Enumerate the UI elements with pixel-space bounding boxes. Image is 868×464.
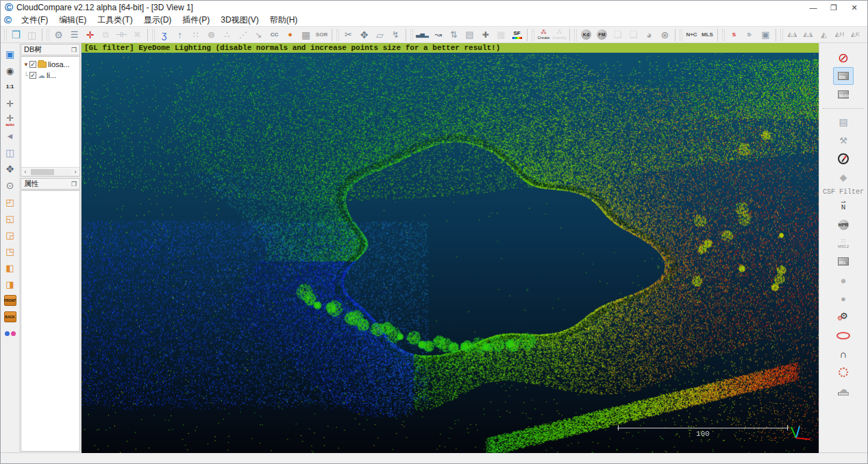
menu-item-2[interactable]: 工具类(T)	[92, 14, 138, 25]
dotted-ring-button[interactable]	[833, 363, 854, 381]
normals-plus-colors-button[interactable]: N+C	[684, 27, 699, 42]
auto-pick-center-button[interactable]: ✛auto	[2, 112, 18, 128]
toolbar-grip[interactable]	[151, 29, 155, 41]
animation-button[interactable]: ▤	[833, 113, 854, 131]
compass-button[interactable]	[833, 150, 854, 168]
merge-button[interactable]: ⊣⊢	[114, 27, 129, 42]
toolbar-grip[interactable]	[573, 29, 577, 41]
open-button[interactable]: ❒	[8, 27, 24, 42]
facets-2-button[interactable]: ◭◮	[800, 27, 816, 42]
root-label[interactable]: liosa...	[48, 60, 70, 68]
calculator-button[interactable]: ▦	[493, 27, 509, 42]
delete-button[interactable]: ✖	[129, 27, 145, 42]
toolbar-grip[interactable]	[531, 29, 534, 41]
mesh-blob-button[interactable]: ●	[833, 271, 854, 289]
cc-letters-button[interactable]: CC	[266, 27, 282, 42]
view-bottom-button[interactable]: ◱	[2, 210, 18, 227]
close-button[interactable]: ✕	[844, 1, 865, 14]
disable-gl-filter-button[interactable]: ⊘	[833, 49, 854, 66]
file-export-1-button[interactable]: ❏	[610, 27, 625, 42]
subsample-button[interactable]: ∴	[219, 27, 235, 42]
noise-filter-button[interactable]: ⋰	[235, 27, 251, 42]
sf-colors-button[interactable]: SF	[509, 27, 525, 42]
view-front-button[interactable]: FRONT	[2, 292, 18, 309]
cloud-canvas[interactable]	[82, 53, 819, 453]
tree-row-child[interactable]: └ ✓ ☁ li...	[23, 70, 79, 81]
fm-tool-button[interactable]: FM	[594, 27, 610, 42]
ellipse-tool-button[interactable]	[833, 326, 854, 344]
properties-float-icon[interactable]: ❐	[71, 181, 77, 188]
child-label[interactable]: li...	[47, 71, 56, 79]
sample-points-button[interactable]: ∷	[188, 27, 203, 42]
interpolate-button[interactable]: ↘	[251, 27, 266, 42]
toolbar-grip[interactable]	[721, 29, 725, 41]
zoom-tool-button[interactable]: ⊙	[2, 177, 18, 194]
quick-segment-button[interactable]: ↯	[388, 27, 404, 42]
scroll-track[interactable]	[29, 169, 71, 175]
label-marker-button[interactable]: ●	[282, 27, 298, 42]
hpr-button[interactable]: HPR	[833, 216, 854, 233]
menu-item-5[interactable]: 3D视图(V)	[215, 14, 264, 25]
gl-filter-ssao-button[interactable]: SSAO	[833, 86, 854, 103]
scroll-thumb[interactable]	[31, 169, 54, 175]
view-iso-2-button[interactable]: ◨	[2, 276, 18, 292]
stats-button[interactable]: ▤	[462, 27, 478, 42]
sor-filter-button[interactable]: SOR	[314, 27, 330, 42]
mls-smoothing-button[interactable]: MLS	[699, 27, 715, 42]
view-left-button[interactable]: ◲	[2, 227, 18, 243]
stereo-mode-button[interactable]	[2, 325, 18, 341]
menu-item-0[interactable]: 文件(F)	[16, 14, 53, 25]
file-export-2-button[interactable]: ❏	[625, 27, 641, 42]
north-arrow-button[interactable]: ⇀N	[833, 197, 854, 215]
spline-dots-button[interactable]: S·	[742, 27, 758, 42]
facets-4-button[interactable]: ◭H	[832, 27, 847, 42]
canupo-create-button[interactable]: ⁂Create	[536, 27, 551, 42]
tree-hscrollbar[interactable]: ‹ ›	[21, 167, 79, 176]
histogram-button[interactable]: ▃▅▂	[414, 27, 430, 42]
magnet-tool-button[interactable]: ∩	[833, 345, 854, 363]
curve-plot-button[interactable]: ↝	[430, 27, 446, 42]
maximize-button[interactable]: ❐	[823, 1, 844, 14]
root-checkbox[interactable]: ✓	[29, 61, 36, 68]
tree-row-root[interactable]: ▼ ✓ liosa...	[23, 59, 79, 70]
toolbar-grip[interactable]	[410, 29, 413, 41]
pcl-button[interactable]: PCL	[833, 253, 854, 270]
view-mode-cube-button[interactable]: ◫	[2, 144, 18, 161]
gl-filter-edl-button[interactable]: EDL	[833, 67, 854, 85]
child-checkbox[interactable]: ✓	[29, 72, 36, 79]
minimize-button[interactable]: —	[803, 1, 823, 14]
csf-shield-button[interactable]: ◆	[833, 168, 854, 186]
screenshot-camera-button[interactable]: ◉	[2, 62, 18, 79]
clean-broom-button[interactable]: ⚒	[833, 131, 854, 149]
compute-normals-button[interactable]: ↑	[172, 27, 188, 42]
scroll-left-icon[interactable]: ‹	[21, 168, 29, 175]
toolbar-grip[interactable]	[336, 29, 339, 41]
clipping-box-button[interactable]: ▱	[372, 27, 388, 42]
kd-tree-button[interactable]: Kd	[578, 27, 594, 42]
save-button[interactable]: ◫	[24, 27, 40, 42]
trace-polyline-button[interactable]: ʒ	[156, 27, 172, 42]
menu-item-4[interactable]: 插件(P)	[177, 14, 215, 25]
clone-button[interactable]: ⧉	[98, 27, 114, 42]
display-settings-button[interactable]: ▣	[2, 46, 18, 62]
facets-3-button[interactable]: ◭	[816, 27, 832, 42]
scroll-right-icon[interactable]: ›	[71, 168, 79, 175]
facets-1-button[interactable]: ◭◮	[784, 27, 800, 42]
point-picking-button[interactable]: ✛	[82, 27, 98, 42]
apply-transformation-button[interactable]: ☰	[66, 27, 82, 42]
pan-mode-button[interactable]: ✥	[2, 161, 18, 177]
view-iso-1-button[interactable]: ◧	[2, 259, 18, 276]
cork-gears-button[interactable]: ⚙⚙	[833, 308, 854, 326]
box-arrow-button[interactable]: ▣	[758, 27, 773, 42]
view-top-button[interactable]: ◰	[2, 194, 18, 210]
min-max-button[interactable]: ⇅	[446, 27, 462, 42]
menu-item-3[interactable]: 显示(D)	[138, 14, 177, 25]
toolbar-grip[interactable]	[3, 29, 7, 41]
toolbar-grip[interactable]	[46, 29, 49, 41]
canupo-classify-button[interactable]: ⁂Classify	[551, 27, 567, 42]
pie-sphere-button[interactable]: ◕	[641, 27, 657, 42]
m3c2-button[interactable]: ∷M3C2	[833, 234, 854, 252]
global-zoom-button[interactable]: ✛	[2, 95, 18, 112]
db-tree-float-icon[interactable]: ❐	[71, 47, 77, 53]
translate-rotate-button[interactable]: ✥	[356, 27, 372, 42]
